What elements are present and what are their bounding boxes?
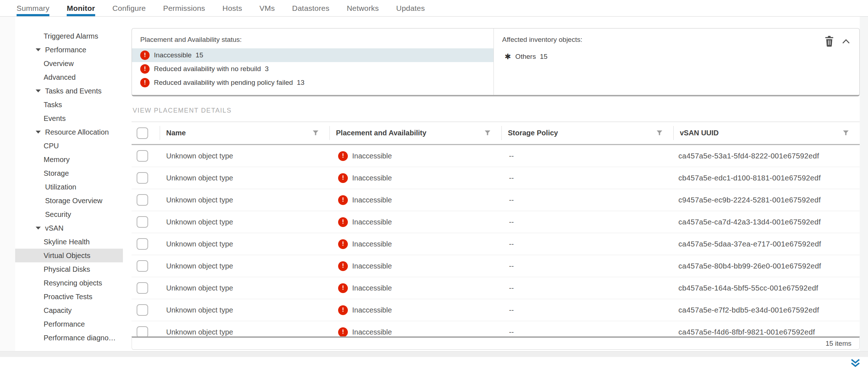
filter-icon[interactable]	[313, 129, 319, 137]
error-icon: !	[338, 151, 348, 161]
sidebar-item-label: Events	[44, 114, 66, 123]
sidebar-item[interactable]: Tasks	[15, 98, 123, 112]
row-checkbox[interactable]	[137, 282, 148, 294]
collapse-arrow-icon[interactable]	[36, 227, 45, 230]
error-icon: !	[338, 217, 348, 227]
tab[interactable]: Permissions	[163, 0, 205, 16]
row-checkbox-cell	[132, 167, 160, 189]
error-icon: !	[338, 283, 348, 293]
error-icon: !	[140, 51, 150, 60]
sidebar-item[interactable]: vSAN	[15, 221, 123, 235]
sidebar-item[interactable]: Resource Allocation	[15, 125, 123, 139]
sidebar-item[interactable]: Security	[15, 208, 123, 221]
row-checkbox[interactable]	[137, 172, 148, 184]
header-checkbox-cell	[132, 122, 160, 144]
left-gutter	[0, 17, 15, 351]
filter-icon[interactable]	[484, 129, 491, 137]
sidebar-item[interactable]: Memory	[15, 153, 123, 166]
tab[interactable]: Summary	[17, 0, 49, 16]
sidebar-item[interactable]: Storage	[15, 166, 123, 180]
sidebar-item[interactable]: Virtual Objects	[15, 249, 123, 262]
table-row[interactable]: Unknown object type ! Inaccessible -- c9…	[132, 189, 860, 211]
sidebar-item[interactable]: Utilization	[15, 180, 123, 194]
placement-status-text: Inaccessible	[352, 218, 392, 226]
sidebar-item[interactable]: Skyline Health	[15, 235, 123, 249]
tab[interactable]: Configure	[112, 0, 146, 16]
bottom-divider-strip	[0, 351, 868, 357]
tab[interactable]: Monitor	[67, 0, 95, 16]
delete-button[interactable]	[824, 36, 834, 48]
row-checkbox[interactable]	[137, 326, 148, 336]
vsan-uuid-cell: cb457a5e-164a-5bf5-55cc-001e67592edf	[673, 277, 860, 299]
tab-label: Networks	[347, 4, 379, 13]
table-row[interactable]: Unknown object type ! Inaccessible -- ca…	[132, 299, 860, 321]
tab[interactable]: Networks	[347, 0, 379, 16]
sidebar-item[interactable]: Proactive Tests	[15, 290, 123, 304]
tab-label: Monitor	[67, 4, 95, 13]
tab[interactable]: Hosts	[222, 0, 242, 16]
tab[interactable]: Datastores	[292, 0, 329, 16]
table-row[interactable]: Unknown object type ! Inaccessible -- ca…	[132, 321, 860, 336]
sidebar-item-label: Performance diagno…	[44, 334, 116, 342]
table-row[interactable]: Unknown object type ! Inaccessible -- ca…	[132, 233, 860, 255]
affected-count: 15	[540, 53, 548, 61]
tab[interactable]: VMs	[260, 0, 275, 16]
filter-icon[interactable]	[843, 129, 849, 137]
sidebar-item[interactable]: Tasks and Events	[15, 84, 123, 98]
filter-icon[interactable]	[656, 129, 663, 137]
column-header[interactable]: vSAN UUID	[673, 122, 860, 144]
items-count: 15 items	[825, 340, 851, 348]
table-row[interactable]: Unknown object type ! Inaccessible -- ca…	[132, 145, 860, 167]
table-row[interactable]: Unknown object type ! Inaccessible -- cb…	[132, 277, 860, 299]
sidebar-item[interactable]: Performance diagno…	[15, 331, 123, 345]
column-header-label: Placement and Availability	[336, 129, 426, 137]
table-row[interactable]: Unknown object type ! Inaccessible -- ca…	[132, 211, 860, 233]
sidebar-item[interactable]: Performance	[15, 317, 123, 331]
error-icon: !	[338, 239, 348, 249]
sidebar-item[interactable]: CPU	[15, 139, 123, 153]
status-filter-row[interactable]: ! Reduced availability with no rebuild 3	[132, 62, 493, 76]
sidebar-item[interactable]: Advanced	[15, 70, 123, 84]
placement-status-cell: ! Inaccessible	[329, 145, 501, 167]
object-name: Unknown object type	[160, 299, 329, 321]
row-checkbox[interactable]	[137, 150, 148, 162]
collapse-panel-button[interactable]	[842, 39, 850, 45]
vsphere-monitor-screen: Summary Monitor Configure Permissions Ho…	[0, 0, 868, 371]
status-filter-row[interactable]: ! Reduced availability with pending poli…	[132, 76, 493, 90]
collapse-arrow-icon[interactable]	[36, 48, 45, 51]
row-checkbox-cell	[132, 145, 160, 167]
sidebar-item[interactable]: Storage Overview	[15, 194, 123, 208]
row-checkbox[interactable]	[137, 216, 148, 228]
select-all-checkbox[interactable]	[137, 127, 148, 139]
storage-policy-cell: --	[501, 189, 673, 211]
collapse-arrow-icon[interactable]	[36, 90, 45, 92]
tab-label: Hosts	[222, 4, 242, 13]
tab[interactable]: Updates	[396, 0, 425, 16]
row-checkbox-cell	[132, 321, 160, 336]
row-checkbox[interactable]	[137, 238, 148, 250]
sidebar-item[interactable]: Capacity	[15, 304, 123, 317]
row-checkbox[interactable]	[137, 304, 148, 316]
right-gutter	[860, 17, 868, 351]
placement-status-cell: ! Inaccessible	[329, 233, 501, 255]
sidebar-item[interactable]: Triggered Alarms	[15, 29, 123, 43]
column-header[interactable]: Storage Policy	[501, 122, 673, 144]
table-row[interactable]: Unknown object type ! Inaccessible -- ca…	[132, 255, 860, 277]
sidebar-item[interactable]: Events	[15, 112, 123, 125]
column-header[interactable]: Placement and Availability	[329, 122, 501, 144]
status-filter-row[interactable]: ! Inaccessible 15	[132, 48, 493, 62]
sidebar-item[interactable]: Physical Disks	[15, 262, 123, 276]
expand-panel-button[interactable]	[850, 358, 861, 369]
column-header-label: vSAN UUID	[680, 129, 719, 137]
sidebar-item[interactable]: Overview	[15, 57, 123, 70]
sidebar-item[interactable]: Resyncing objects	[15, 276, 123, 290]
column-header[interactable]: Name	[160, 122, 329, 144]
row-checkbox[interactable]	[137, 260, 148, 272]
sidebar-item[interactable]: Performance	[15, 43, 123, 57]
sidebar-item-label: Storage	[44, 169, 69, 178]
tab-label: Configure	[112, 4, 146, 13]
row-checkbox[interactable]	[137, 194, 148, 206]
table-row[interactable]: Unknown object type ! Inaccessible -- cb…	[132, 167, 860, 189]
object-name: Unknown object type	[160, 255, 329, 277]
collapse-arrow-icon[interactable]	[36, 131, 45, 134]
